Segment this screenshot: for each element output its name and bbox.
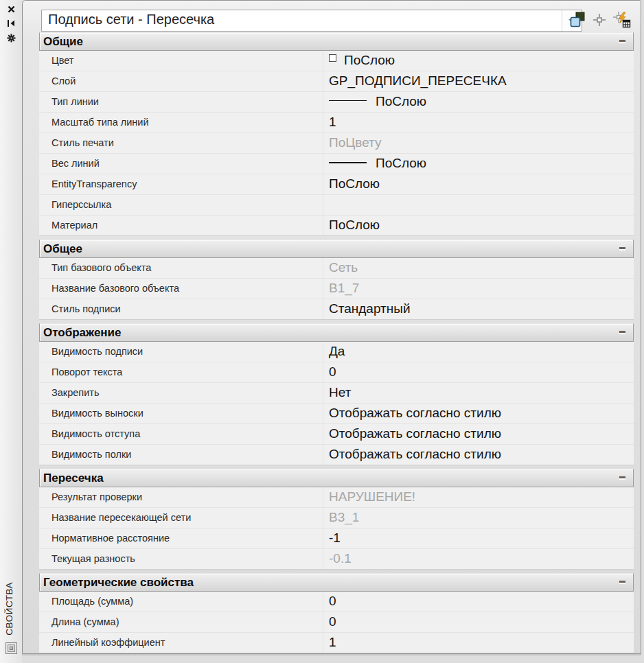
property-value[interactable]: Отображать согласно стилю	[323, 424, 634, 444]
property-value-text: В3_1	[329, 510, 359, 524]
property-value-text: -1	[329, 531, 341, 545]
property-value[interactable]: -0.1	[323, 549, 634, 569]
property-value-text: В1_7	[329, 281, 359, 295]
property-label: Площадь (сумма)	[39, 592, 323, 612]
property-label: Тип линии	[39, 92, 323, 112]
palette-grip-icon	[5, 642, 17, 654]
property-label: Слой	[39, 71, 323, 91]
property-value-text: ПоСлою	[344, 53, 395, 67]
property-value[interactable]: ПоСлою	[323, 154, 634, 174]
select-objects-icon[interactable]	[593, 14, 606, 26]
property-value[interactable]: ПоСлою	[323, 92, 634, 112]
section-rows: Видимость подписиДаПоворот текста0Закреп…	[39, 342, 634, 465]
property-value[interactable]: В3_1	[323, 508, 634, 528]
property-value[interactable]: 1	[323, 633, 634, 653]
property-row: Масштаб типа линий1	[39, 113, 634, 133]
section: ПересечкаРезультат проверкиНАРУШЕНИЕ!Наз…	[39, 469, 634, 570]
property-value[interactable]: ПоСлою	[323, 174, 634, 194]
property-value-text: ПоЦвету	[329, 135, 382, 150]
property-label: Нормативное расстояние	[39, 528, 323, 548]
property-value[interactable]: Да	[323, 342, 634, 362]
property-value-text: Стандартный	[329, 301, 411, 316]
property-label: EntityTransparency	[39, 174, 323, 194]
property-row: Линейный коэффициент1	[39, 633, 634, 653]
property-value-text: 0	[329, 614, 336, 629]
section-rows: Площадь (сумма)0Длина (сумма)0Линейный к…	[39, 592, 634, 653]
section-header[interactable]: Общие	[39, 32, 634, 51]
property-value-text: 0	[329, 594, 336, 608]
property-value-text: ПоСлою	[329, 218, 380, 232]
collapse-icon[interactable]	[619, 40, 625, 42]
property-value[interactable]: 1	[323, 113, 634, 132]
property-value[interactable]: 0	[323, 612, 634, 632]
property-value-text: НАРУШЕНИЕ!	[329, 489, 415, 504]
property-label: Линейный коэффициент	[39, 633, 323, 653]
section-header[interactable]: Геометрические свойства	[39, 573, 634, 592]
property-value[interactable]	[323, 195, 634, 215]
section-header[interactable]: Отображение	[39, 323, 634, 342]
auto-hide-icon[interactable]	[6, 19, 16, 28]
property-row: Название пересекающей сетиВ3_1	[39, 508, 634, 528]
property-value[interactable]: -1	[323, 528, 634, 548]
pickadd-toggle-icon[interactable]	[569, 12, 586, 28]
property-value[interactable]: 0	[323, 362, 634, 382]
property-row: Тип линииПоСлою	[39, 92, 634, 113]
property-row: Площадь (сумма)0	[39, 592, 634, 612]
property-label: Поворот текста	[39, 362, 323, 382]
property-row: Поворот текста0	[39, 362, 634, 383]
property-value[interactable]: ПоСлою	[323, 51, 634, 71]
property-value-text: Сеть	[329, 260, 358, 275]
property-value-text: 0	[329, 364, 336, 379]
section-header[interactable]: Общее	[39, 240, 634, 258]
property-row: Нормативное расстояние-1	[39, 528, 634, 549]
section: ОтображениеВидимость подписиДаПоворот те…	[39, 323, 634, 465]
property-row: ЗакрепитьНет	[39, 383, 634, 404]
property-value[interactable]: Отображать согласно стилю	[323, 404, 634, 423]
collapse-icon[interactable]	[619, 476, 625, 478]
property-label: Результат проверки	[39, 487, 323, 507]
quick-select-icon[interactable]	[613, 12, 631, 28]
collapse-icon[interactable]	[619, 581, 625, 583]
property-sections: ОбщиеЦветПоСлоюСлойGP_ПОДПИСИ_ПЕРЕСЕЧКАТ…	[39, 32, 634, 657]
property-value[interactable]: 0	[323, 592, 634, 612]
lineweight-icon	[329, 162, 367, 163]
property-row: EntityTransparencyПоСлою	[39, 174, 634, 195]
property-row: Вес линийПоСлою	[39, 154, 634, 174]
property-value[interactable]: GP_ПОДПИСИ_ПЕРЕСЕЧКА	[323, 71, 634, 91]
section-rows: ЦветПоСлоюСлойGP_ПОДПИСИ_ПЕРЕСЕЧКАТип ли…	[39, 51, 634, 236]
property-row: СлойGP_ПОДПИСИ_ПЕРЕСЕЧКА	[39, 71, 634, 92]
property-value[interactable]: Отображать согласно стилю	[323, 445, 634, 465]
collapse-icon[interactable]	[619, 247, 625, 249]
property-value[interactable]: НАРУШЕНИЕ!	[323, 487, 634, 507]
property-value[interactable]: ПоСлою	[323, 216, 634, 235]
property-row: Стиль печатиПоЦвету	[39, 133, 634, 154]
property-label: Гиперссылка	[39, 195, 323, 215]
close-icon[interactable]	[6, 4, 16, 14]
section-title: Геометрические свойства	[43, 576, 194, 589]
property-value-text: ПоСлою	[329, 176, 380, 191]
property-value[interactable]: Стандартный	[323, 299, 634, 319]
property-value-text: 1	[329, 635, 336, 649]
property-row: Видимость отступаОтображать согласно сти…	[39, 424, 634, 445]
property-value-text: ПоСлою	[376, 94, 426, 108]
property-row: Тип базового объектаСеть	[39, 258, 634, 279]
section: ОбщиеЦветПоСлоюСлойGP_ПОДПИСИ_ПЕРЕСЕЧКАТ…	[39, 32, 634, 236]
property-label: Видимость подписи	[39, 342, 323, 362]
object-type-selector[interactable]: Подпись сети - Пересечка	[41, 10, 582, 32]
property-label: Длина (сумма)	[39, 612, 323, 632]
property-value[interactable]: В1_7	[323, 279, 634, 299]
property-value-text: -0.1	[329, 551, 352, 566]
property-value-text: Нет	[329, 385, 351, 399]
property-label: Видимость полки	[39, 445, 323, 465]
property-value[interactable]: Сеть	[323, 258, 634, 278]
property-value-text: ПоСлою	[376, 156, 426, 170]
property-label: Видимость выноски	[39, 404, 323, 423]
collapse-icon[interactable]	[619, 331, 625, 333]
property-label: Стиль печати	[39, 133, 323, 153]
property-value[interactable]: ПоЦвету	[323, 133, 634, 153]
property-row: Длина (сумма)0	[39, 612, 634, 633]
section-title: Общие	[43, 35, 83, 48]
section-header[interactable]: Пересечка	[39, 469, 634, 487]
properties-menu-icon[interactable]	[6, 33, 16, 43]
property-value[interactable]: Нет	[323, 383, 634, 403]
